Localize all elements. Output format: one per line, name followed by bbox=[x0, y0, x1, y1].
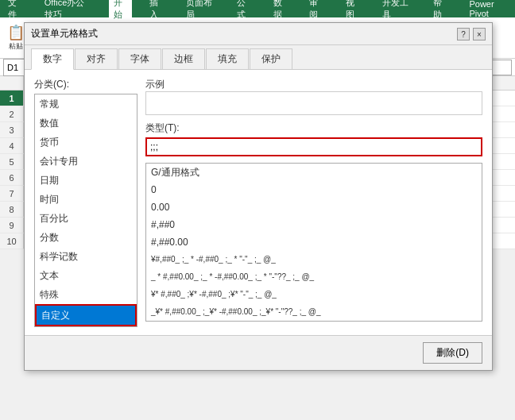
row-number-1[interactable]: 1 bbox=[0, 91, 24, 106]
tab-font[interactable]: 字体 bbox=[118, 48, 161, 69]
ribbon-tab-file[interactable]: 文件 bbox=[3, 0, 27, 22]
category-scientific[interactable]: 科学记数 bbox=[35, 247, 137, 266]
category-currency[interactable]: 货币 bbox=[35, 133, 137, 152]
category-text[interactable]: 文本 bbox=[35, 266, 137, 285]
list-item[interactable]: G/通用格式 bbox=[146, 164, 482, 181]
dialog-body: 分类(C): 常规 数值 货币 会计专用 日期 时间 百分比 分数 科学记数 文… bbox=[25, 70, 492, 335]
list-item[interactable]: 0 bbox=[146, 181, 482, 198]
format-list-wrapper: G/通用格式 0 0.00 #,##0 #,##0.00 ¥#,##0_ ;_ … bbox=[145, 163, 482, 322]
ribbon-tab-data[interactable]: 数据 bbox=[269, 0, 292, 22]
tab-fill[interactable]: 填充 bbox=[206, 48, 249, 69]
delete-button[interactable]: 删除(D) bbox=[423, 342, 482, 364]
list-item[interactable]: ¥* #,##0_ ;¥* -#,##0_ ;¥* "-"_ ;_ @_ bbox=[146, 286, 482, 303]
category-date[interactable]: 日期 bbox=[35, 171, 137, 190]
sample-section: 示例 bbox=[145, 78, 482, 115]
ribbon-tab-insert[interactable]: 插入 bbox=[145, 0, 168, 22]
type-input[interactable] bbox=[145, 137, 482, 156]
category-percentage[interactable]: 百分比 bbox=[35, 209, 137, 228]
row-number-7[interactable]: 7 bbox=[0, 186, 24, 201]
category-list[interactable]: 常规 数值 货币 会计专用 日期 时间 百分比 分数 科学记数 文本 特殊 自定… bbox=[34, 94, 137, 327]
category-accounting[interactable]: 会计专用 bbox=[35, 152, 137, 171]
dialog-main-content: 分类(C): 常规 数值 货币 会计专用 日期 时间 百分比 分数 科学记数 文… bbox=[34, 78, 482, 327]
list-item[interactable]: ¥#,##0_ ;_ * -#,##0_ ;_ * "-"_ ;_ @_ bbox=[146, 251, 482, 268]
row-number-2[interactable]: 2 bbox=[0, 106, 24, 121]
tab-number[interactable]: 数字 bbox=[31, 48, 74, 70]
ribbon-tab-formula[interactable]: 公式 bbox=[232, 0, 256, 22]
list-item[interactable]: 0.00 bbox=[146, 198, 482, 216]
category-number[interactable]: 数值 bbox=[35, 114, 137, 133]
format-cells-dialog: 设置单元格格式 ? × 数字 对齐 字体 边框 填充 保护 分类(C): 常规 bbox=[24, 22, 493, 371]
dialog-title-bar: 设置单元格格式 ? × bbox=[25, 23, 492, 45]
sample-label: 示例 bbox=[145, 78, 482, 91]
ribbon-tab-layout[interactable]: 页面布局 bbox=[181, 0, 219, 22]
type-label: 类型(T): bbox=[145, 121, 482, 135]
category-label: 分类(C): bbox=[34, 78, 137, 91]
ribbon-tab-powerpivot[interactable]: Power Pivot bbox=[464, 0, 512, 20]
ribbon-tab-help[interactable]: 帮助 bbox=[428, 0, 452, 22]
ribbon-tab-dev[interactable]: 开发工具 bbox=[378, 0, 416, 22]
format-list[interactable]: G/通用格式 0 0.00 #,##0 #,##0.00 ¥#,##0_ ;_ … bbox=[145, 163, 482, 322]
row-number-3[interactable]: 3 bbox=[0, 122, 24, 137]
list-item[interactable]: #,##0 bbox=[146, 216, 482, 233]
category-general[interactable]: 常规 bbox=[35, 94, 137, 114]
category-time[interactable]: 时间 bbox=[35, 190, 137, 209]
right-section: 示例 类型(T): G/通用格式 0 bbox=[145, 78, 482, 327]
ribbon-tab-review[interactable]: 审阅 bbox=[304, 0, 328, 22]
category-section: 分类(C): 常规 数值 货币 会计专用 日期 时间 百分比 分数 科学记数 文… bbox=[34, 78, 137, 327]
dialog-title: 设置单元格格式 bbox=[31, 27, 98, 40]
ribbon-tab-view[interactable]: 视图 bbox=[341, 0, 365, 22]
dialog-footer: 删除(D) bbox=[25, 335, 492, 370]
category-special[interactable]: 特殊 bbox=[35, 285, 137, 304]
row-number-8[interactable]: 8 bbox=[0, 202, 24, 217]
category-custom[interactable]: 自定义 bbox=[35, 304, 137, 326]
list-item[interactable]: #,##0.00 bbox=[146, 233, 482, 251]
dialog-tabs: 数字 对齐 字体 边框 填充 保护 bbox=[25, 45, 492, 70]
excel-background: 文件 Office办公技巧 开始 插入 页面布局 公式 数据 审阅 视图 开发工… bbox=[0, 0, 515, 420]
ribbon-tab-office[interactable]: Office办公技巧 bbox=[40, 0, 96, 22]
row-number-6[interactable]: 6 bbox=[0, 170, 24, 185]
ribbon: 文件 Office办公技巧 开始 插入 页面布局 公式 数据 审阅 视图 开发工… bbox=[0, 0, 515, 17]
dialog-help-btn[interactable]: ? bbox=[457, 28, 470, 40]
tab-border[interactable]: 边框 bbox=[162, 48, 205, 69]
list-item[interactable]: _ * #,##0.00_ ;_ * -#,##0.00_ ;_ * "-"??… bbox=[146, 268, 482, 286]
category-fraction[interactable]: 分数 bbox=[35, 228, 137, 247]
dialog-close-btn[interactable]: × bbox=[473, 28, 486, 40]
row-number-9[interactable]: 9 bbox=[0, 218, 24, 233]
list-item[interactable]: #,##0;-#,##0 bbox=[146, 321, 482, 322]
ribbon-tab-start[interactable]: 开始 bbox=[109, 0, 133, 22]
row-number-4[interactable]: 4 bbox=[0, 138, 24, 153]
tab-alignment[interactable]: 对齐 bbox=[75, 48, 118, 69]
dialog-title-controls: ? × bbox=[457, 28, 486, 40]
row-number-5[interactable]: 5 bbox=[0, 154, 24, 169]
tab-protection[interactable]: 保护 bbox=[250, 48, 292, 69]
list-item[interactable]: _¥* #,##0.00_ ;_¥* -#,##0.00_ ;_¥* "-"??… bbox=[146, 303, 482, 321]
row-number-10[interactable]: 10 bbox=[0, 233, 24, 249]
type-section: 类型(T): bbox=[145, 121, 482, 156]
sample-display bbox=[145, 91, 482, 115]
